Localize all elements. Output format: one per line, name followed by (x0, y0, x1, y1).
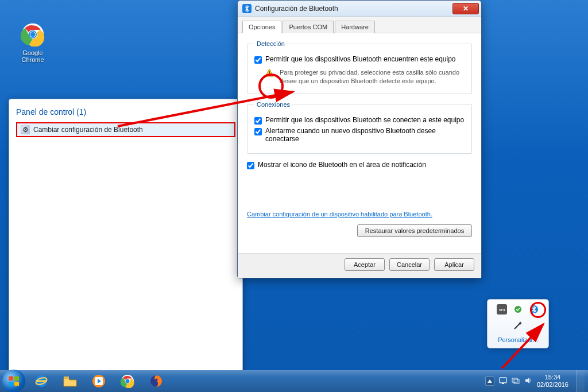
checkbox-allow-connect-label: Permitir que los dispositivos Bluetooth … (265, 116, 464, 124)
taskbar-clock[interactable]: 15:34 02/02/2016 (537, 374, 568, 389)
chrome-icon (20, 22, 45, 47)
settings-icon: ⚙ (21, 125, 30, 134)
ok-button[interactable]: Aceptar (345, 258, 385, 271)
taskbar: 15:34 02/02/2016 (0, 370, 588, 392)
dialog-button-bar: Aceptar Cancelar Aplicar (238, 253, 481, 278)
tab-options[interactable]: Opciones (242, 21, 281, 33)
checkbox-show-tray-icon-label: Mostrar el icono de Bluetooth en el área… (258, 161, 426, 169)
tray-action-center-icon[interactable] (499, 377, 507, 386)
windows-logo-icon (7, 374, 21, 388)
results-category-header: Panel de control (1) (9, 99, 242, 122)
checkbox-allow-discovery[interactable]: Permitir que los dispositivos Bluetooth … (254, 55, 465, 64)
checkbox-show-tray-icon-input[interactable] (247, 162, 254, 169)
taskbar-media-player[interactable] (86, 372, 111, 390)
checkbox-allow-discovery-label: Permitir que los dispositivos Bluetooth … (265, 55, 456, 63)
restore-defaults-button[interactable]: Restaurar valores predeterminados (357, 224, 472, 237)
apply-button[interactable]: Aplicar (434, 258, 474, 271)
checkbox-alert-label: Alertarme cuando un nuevo dispositivo Bl… (265, 127, 465, 143)
bluetooth-settings-dialog: Configuración de Bluetooth ✕ Opciones Pu… (237, 0, 482, 278)
show-desktop-button[interactable] (577, 370, 585, 392)
taskbar-ie[interactable] (29, 372, 54, 390)
taskbar-firefox[interactable] (144, 372, 169, 390)
start-menu-panel: Panel de control (1) ⚙ Cambiar configura… (9, 99, 243, 392)
taskbar-time: 15:34 (537, 374, 568, 381)
tray-volume-icon[interactable] (524, 377, 532, 386)
checkbox-allow-connect-input[interactable] (254, 117, 262, 125)
svg-point-19 (126, 379, 130, 383)
checkbox-alert-new-device[interactable]: Alertarme cuando un nuevo dispositivo Bl… (254, 127, 465, 143)
result-item-label: Cambiar configuración de Bluetooth (33, 126, 143, 134)
tray-personalize-link[interactable]: Personalizar... (492, 336, 544, 343)
desktop-icon-label: Google Chrome (21, 49, 44, 63)
dialog-title: Configuración de Bluetooth (255, 5, 452, 13)
checkbox-allow-connect[interactable]: Permitir que los dispositivos Bluetooth … (254, 116, 465, 125)
start-button[interactable] (2, 370, 25, 392)
tray-show-hidden-button[interactable] (485, 377, 494, 386)
tab-com-ports[interactable]: Puertos COM (283, 21, 334, 33)
checkbox-show-tray-icon[interactable]: Mostrar el icono de Bluetooth en el área… (247, 161, 472, 169)
svg-rect-7 (269, 75, 270, 76)
svg-rect-15 (64, 377, 69, 379)
checkbox-alert-input[interactable] (254, 128, 262, 135)
close-button[interactable]: ✕ (452, 3, 479, 14)
taskbar-explorer[interactable] (57, 372, 83, 390)
tray-vm-icon[interactable]: vm (497, 304, 507, 315)
warning-icon (265, 68, 274, 77)
tab-hardware[interactable]: Hardware (335, 21, 375, 33)
bluetooth-icon (242, 4, 252, 13)
privacy-warning-text: Para proteger su privacidad, seleccione … (280, 68, 465, 86)
tray-overflow-popup: vm Personalizar... (487, 299, 549, 348)
cancel-button[interactable]: Cancelar (389, 258, 430, 271)
taskbar-chrome[interactable] (115, 372, 140, 390)
bluetooth-device-settings-link[interactable]: Cambiar configuración de un dispositivo … (247, 211, 432, 218)
tray-bluetooth-icon[interactable] (529, 304, 539, 315)
privacy-warning: Para proteger su privacidad, seleccione … (265, 68, 465, 86)
svg-rect-22 (502, 383, 504, 384)
svg-line-11 (514, 323, 520, 329)
dialog-tabs: Opciones Puertos COM Hardware (238, 17, 481, 33)
tray-customize-icon[interactable] (492, 320, 544, 331)
svg-point-3 (30, 32, 36, 37)
group-connections: Conexiones Permitir que los dispositivos… (247, 101, 472, 154)
desktop-icon-chrome[interactable]: Google Chrome (11, 22, 54, 63)
checkbox-allow-discovery-input[interactable] (254, 56, 262, 64)
tray-safely-remove-icon[interactable] (513, 304, 523, 315)
dialog-titlebar[interactable]: Configuración de Bluetooth ✕ (238, 1, 481, 17)
svg-rect-21 (500, 378, 506, 383)
svg-rect-24 (514, 379, 519, 383)
svg-rect-6 (269, 71, 270, 74)
taskbar-date: 02/02/2016 (537, 381, 568, 389)
group-detection: Detección Permitir que los dispositivos … (247, 40, 472, 94)
group-connections-legend: Conexiones (254, 101, 292, 108)
tray-network-icon[interactable] (512, 377, 520, 386)
group-detection-legend: Detección (254, 40, 287, 47)
svg-rect-23 (512, 378, 517, 382)
result-item-bluetooth-settings[interactable]: ⚙ Cambiar configuración de Bluetooth (16, 122, 235, 137)
